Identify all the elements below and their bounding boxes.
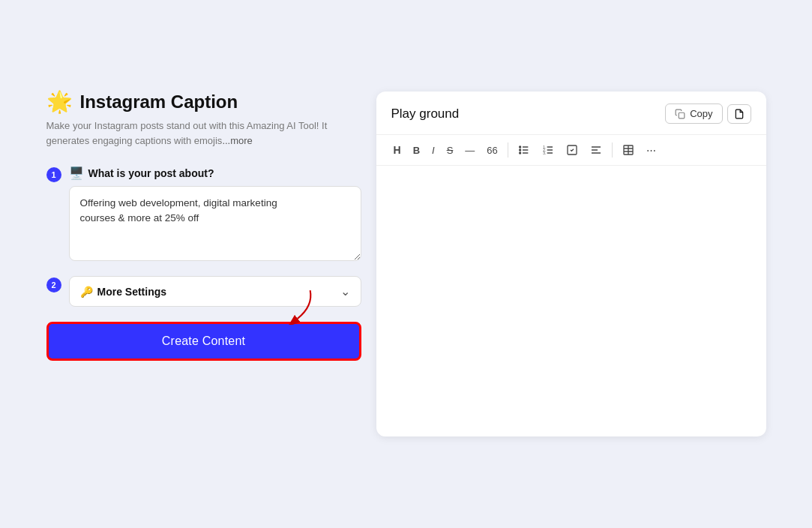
editor-toolbar: H B I S — 66 1. 2. 3. (376, 135, 766, 166)
left-panel: 🌟 Instagram Caption Make your Instagram … (46, 92, 361, 361)
toolbar-align-button[interactable] (585, 141, 607, 159)
playground-panel: Play ground Copy H (376, 92, 766, 436)
post-about-textarea[interactable]: Offering web development, digital market… (69, 186, 361, 261)
toolbar-bold-button[interactable]: B (408, 142, 425, 159)
step-1-body: 🖥️ What is your post about? Offering web… (69, 166, 361, 264)
bullet-list-icon (518, 144, 530, 156)
step-2-body: 🔑 More Settings ⌄ (69, 276, 361, 307)
step-1: 1 🖥️ What is your post about? Offering w… (46, 166, 361, 264)
toolbar-hr-button[interactable]: — (460, 142, 480, 159)
toolbar-italic-button[interactable]: I (427, 142, 440, 159)
tool-description: Make your Instagram posts stand out with… (46, 118, 361, 148)
step-1-label: 🖥️ What is your post about? (69, 166, 361, 180)
table-icon (622, 144, 634, 156)
step-1-emoji: 🖥️ (69, 166, 84, 180)
svg-point-5 (519, 146, 520, 148)
step-number-2: 2 (46, 278, 61, 292)
chevron-down-icon: ⌄ (340, 284, 350, 298)
editor-area[interactable] (376, 166, 766, 436)
settings-emoji: 🔑 (80, 286, 93, 298)
step-number-1: 1 (46, 167, 61, 182)
more-settings-label: 🔑 More Settings (80, 286, 167, 298)
create-button-wrapper: Create Content (46, 322, 361, 361)
svg-text:3.: 3. (543, 152, 546, 155)
more-settings-toggle[interactable]: 🔑 More Settings ⌄ (69, 276, 361, 307)
svg-point-6 (519, 149, 520, 151)
align-icon (590, 144, 602, 156)
copy-button[interactable]: Copy (665, 104, 722, 124)
ordered-list-icon: 1. 2. 3. (542, 144, 554, 156)
toolbar-checkbox-button[interactable] (561, 141, 583, 159)
playground-header: Play ground Copy (376, 92, 766, 135)
playground-title: Play ground (391, 106, 460, 122)
svg-rect-1 (679, 112, 685, 118)
toolbar-ordered-list-button[interactable]: 1. 2. 3. (537, 141, 559, 159)
create-content-button[interactable]: Create Content (46, 322, 361, 361)
toolbar-divider-2 (612, 142, 613, 158)
checkbox-icon (566, 144, 578, 156)
toolbar-divider-1 (508, 142, 508, 158)
header-right: Copy (665, 104, 751, 124)
more-link[interactable]: ...more (222, 135, 252, 146)
document-icon-button[interactable] (727, 104, 751, 124)
toolbar-66-button[interactable]: 66 (481, 142, 502, 159)
document-icon (734, 109, 745, 119)
copy-label: Copy (690, 108, 712, 119)
toolbar-strike-button[interactable]: S (442, 142, 459, 159)
arrow-icon (279, 287, 316, 325)
tool-title: Instagram Caption (80, 92, 238, 112)
tool-icon: 🌟 (46, 92, 73, 112)
toolbar-heading-button[interactable]: H (388, 141, 406, 159)
toolbar-more-button[interactable]: ⋯ (641, 142, 661, 159)
tool-header: 🌟 Instagram Caption (46, 92, 361, 112)
copy-icon (675, 109, 685, 119)
toolbar-table-button[interactable] (617, 141, 640, 159)
toolbar-bullet-list-button[interactable] (513, 141, 535, 159)
arrow-indicator (279, 287, 316, 325)
svg-point-7 (519, 152, 520, 154)
